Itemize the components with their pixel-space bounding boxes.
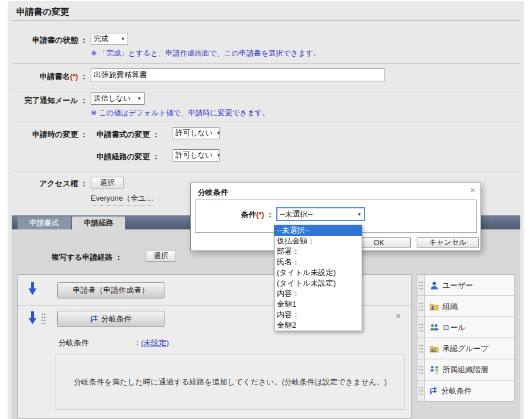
palette-item-role[interactable]: ロール	[417, 317, 515, 338]
drag-handle	[417, 338, 425, 359]
dropdown-option[interactable]: 氏名：	[274, 257, 362, 267]
notify-select-value: 送信しない	[94, 94, 131, 104]
status-select[interactable]: 完成 ▼	[91, 33, 128, 45]
branch-condition-colon: ：	[133, 338, 141, 347]
tab-application-format[interactable]: 申請書式	[18, 217, 71, 229]
page-background: 申請書の変更 申請書の状態 ： 完成 ▼ ※ 「完成」とすると、申請作成画面で、…	[8, 1, 524, 419]
dialog-close-icon[interactable]: ×	[470, 186, 475, 194]
drag-dots-icon	[418, 365, 424, 375]
route-change-label: 申請経路の変更 ：	[97, 152, 160, 162]
applicant-step-box[interactable]: 申請者（申請作成者）	[57, 282, 164, 298]
status-select-value: 完成	[94, 34, 108, 44]
access-label: アクセス権 ：	[9, 178, 88, 189]
route-change-select[interactable]: 許可しない ▼	[173, 149, 219, 162]
workflow-form-editor: 申請書の変更 申請書の状態 ： 完成 ▼ ※ 「完成」とすると、申請作成画面で、…	[0, 0, 532, 419]
palette-item-label: 承認グループ	[442, 344, 489, 354]
dropdown-option[interactable]: (タイトル未設定)	[274, 267, 362, 278]
name-label-text: 申請書名	[40, 72, 70, 81]
row-divider	[12, 88, 520, 88]
drag-handle	[417, 359, 425, 380]
format-change-value: 許可しない	[176, 128, 212, 138]
palette-item-approval-group[interactable]: 承認グループ	[417, 338, 515, 359]
condition-select-value: --未選択--	[280, 209, 313, 219]
dialog-title: 分岐条件	[198, 187, 228, 198]
organization-icon	[430, 302, 439, 311]
drag-handle	[417, 296, 425, 317]
chevron-down-icon: ▼	[357, 212, 362, 217]
dropdown-option[interactable]: 内容：	[274, 310, 362, 320]
dropdown-option[interactable]: 部署：	[274, 246, 362, 257]
chevron-down-icon: ▼	[216, 130, 221, 136]
dropdown-option[interactable]: 内容：	[274, 289, 362, 299]
dropdown-option[interactable]: 仮払金額：	[274, 236, 362, 246]
tab-application-route[interactable]: 申請経路	[72, 217, 125, 229]
notify-label: 完了通知メール ：	[9, 95, 88, 106]
row-divider	[12, 122, 520, 122]
condition-label-text: 条件	[241, 210, 256, 219]
row-divider	[12, 63, 520, 64]
drag-dots-icon	[418, 281, 424, 290]
required-mark: (*)	[70, 72, 78, 81]
condition-select[interactable]: --未選択-- ▼	[276, 207, 365, 221]
dropdown-option[interactable]: (タイトル未設定)	[274, 278, 362, 289]
required-mark: (*)	[256, 210, 265, 219]
copy-route-label: 複写する申請経路 ：	[52, 252, 122, 263]
drag-dots-icon	[418, 386, 424, 396]
condition-label: 条件(*) ：	[195, 210, 274, 220]
drag-handle	[417, 317, 425, 338]
notify-note: ※ この値はデフォルト値で、申請時に変更できます。	[91, 108, 270, 118]
chevron-down-icon: ▼	[121, 36, 125, 42]
branch-step-box[interactable]: 分岐条件	[57, 311, 164, 327]
form-name-input[interactable]	[91, 68, 385, 81]
flow-down-arrow-icon	[28, 311, 37, 325]
access-value: Everyone（全ユ…	[91, 193, 153, 205]
cancel-button[interactable]: キャンセル	[417, 237, 479, 248]
applicant-step-label: 申請者（申請作成者）	[73, 285, 149, 296]
drag-dots-icon	[418, 344, 424, 353]
access-select-button[interactable]: 選択	[91, 177, 124, 188]
apply-change-label: 申請時の変更 ：	[9, 129, 88, 140]
dropdown-option[interactable]: 金額2	[274, 320, 362, 331]
branch-note-box: 分岐条件を満たした時に通過する経路を追加してください。(分岐条件は設定できません…	[56, 355, 405, 410]
palette-item-label: ロール	[442, 322, 466, 333]
palette-item-org-hierarchy[interactable]: 所属組織階層	[417, 359, 515, 380]
condition-label-colon: ：	[264, 210, 274, 219]
drag-dots-icon	[418, 323, 424, 332]
branch-note-text: 分岐条件を満たした時に通過する経路を追加してください。(分岐条件は設定できません…	[74, 377, 387, 387]
palette-item-label: 分岐条件	[441, 386, 472, 396]
palette-item-label: 組織	[442, 301, 458, 312]
palette-item-label: 所属組織階層	[442, 365, 488, 375]
flow-down-arrow-icon	[28, 282, 37, 296]
palette-item-organization[interactable]: 組織	[417, 296, 515, 317]
branch-icon	[430, 387, 438, 395]
condition-select-dropdown: --未選択-- 仮払金額： 部署： 氏名： (タイトル未設定) (タイトル未設定…	[274, 225, 362, 331]
palette-item-user[interactable]: ユーザー	[417, 274, 515, 296]
chevron-down-icon: ▼	[137, 96, 142, 101]
palette-item-label: ユーザー	[442, 280, 473, 291]
name-label-colon: ：	[78, 72, 88, 81]
branch-condition-label: 分岐条件	[59, 338, 89, 348]
branch-step-label: 分岐条件	[101, 314, 132, 324]
branch-condition-link[interactable]: (未設定)	[141, 338, 169, 347]
copy-route-select-button[interactable]: 選択	[146, 250, 176, 262]
page-title: 申請書の変更	[16, 6, 69, 18]
title-divider	[12, 20, 520, 20]
branch-icon	[90, 315, 98, 323]
dropdown-option[interactable]: 金額1	[274, 299, 362, 310]
drag-handle[interactable]	[41, 312, 46, 325]
format-change-label: 申請書式の変更 ：	[97, 129, 160, 140]
role-icon	[430, 323, 439, 332]
drag-dots-icon	[418, 302, 424, 311]
name-label: 申請書名(*) ：	[9, 71, 88, 82]
chevron-down-icon: ▼	[216, 153, 221, 158]
notify-select[interactable]: 送信しない ▼	[91, 92, 145, 105]
palette-item-branch-condition[interactable]: 分岐条件	[417, 380, 515, 401]
drag-handle	[417, 380, 425, 401]
status-label: 申請書の状態 ：	[9, 35, 88, 46]
route-change-value: 許可しない	[176, 150, 212, 160]
remove-step-icon[interactable]: ×	[396, 311, 401, 320]
org-hierarchy-icon	[430, 365, 439, 375]
branch-condition-value: ：(未設定)	[133, 338, 169, 348]
dropdown-option[interactable]: --未選択--	[274, 225, 362, 236]
format-change-select[interactable]: 許可しない ▼	[173, 127, 219, 139]
